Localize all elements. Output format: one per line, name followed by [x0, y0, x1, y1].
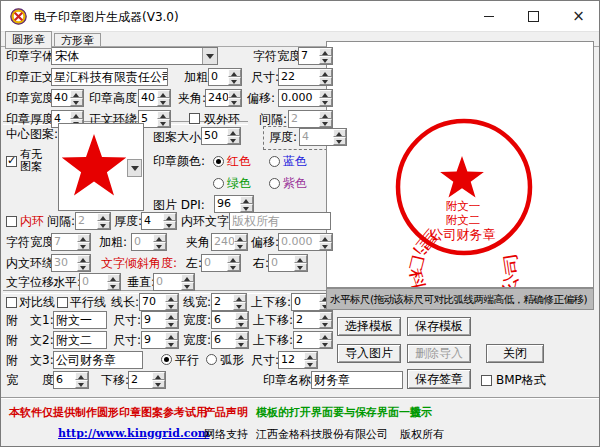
delete-import-button: 删除导入 [407, 344, 471, 363]
close-icon: × [572, 9, 585, 24]
close-button[interactable]: 关闭 [486, 344, 544, 363]
parallel-line-checkbox[interactable] [57, 297, 68, 308]
tab-square-seal[interactable]: 方形章 [54, 33, 101, 47]
horizontal-ruler[interactable]: 水平标尺(拖动该标尺可对比弧线两端高低，精确修正偏移) [326, 288, 594, 310]
shift-vertical-spinner[interactable]: 0 [153, 273, 195, 291]
seal-name-label: 印章名称: [263, 373, 315, 388]
appendix1-shift-label: 上下移: [253, 313, 293, 328]
a3-parallel-radio[interactable] [161, 354, 172, 365]
appendix1-width-label: 宽度: [183, 313, 211, 328]
a3-arc-label[interactable]: 弧形 [220, 353, 244, 368]
main-text-input[interactable]: 星汇科技有限责任公司 [51, 68, 168, 86]
seal-name-input[interactable]: 财务章 [311, 371, 403, 389]
inner-text-input[interactable]: 版权所有 [229, 212, 331, 230]
double-ring-checkbox[interactable] [189, 113, 200, 124]
appendix1-size-spinner[interactable]: 9 [141, 311, 179, 329]
spinner-arrows-icon [227, 255, 240, 271]
pattern-select-box[interactable] [58, 123, 144, 211]
tab-round-seal[interactable]: 圆形章 [5, 31, 52, 49]
appendix2-width-spinner[interactable]: 6 [211, 331, 249, 349]
appendix2-size-spinner[interactable]: 9 [141, 331, 179, 349]
color-purple-label[interactable]: 紫色 [283, 176, 307, 191]
close-window-button[interactable]: × [556, 1, 600, 31]
pattern-size-label: 图案大小: [153, 130, 205, 145]
double-ring-label[interactable]: 双外环 [204, 112, 240, 127]
appendix3-input[interactable]: 公司财务章 [53, 351, 143, 369]
bold-spinner[interactable]: 0 [208, 68, 242, 86]
appendix2-shift-spinner[interactable]: 2 [293, 331, 333, 349]
angle-spinner[interactable]: 240 [205, 89, 242, 107]
inner-bold-spinner[interactable]: 0 [131, 233, 167, 251]
inner-char-width-spinner[interactable]: 7 [51, 233, 91, 251]
website-link[interactable]: http://www.kinggrid.com [58, 427, 209, 440]
seal-width-spinner[interactable]: 40 [51, 89, 84, 107]
line-width-spinner[interactable]: 2 [211, 293, 247, 311]
spinner-arrows-icon [235, 312, 248, 328]
down-shift-spinner[interactable]: 2 [128, 371, 166, 389]
seal-height-spinner[interactable]: 40 [138, 89, 171, 107]
import-image-button[interactable]: 导入图片 [337, 344, 401, 363]
inner-text-label: 内环文字: [181, 214, 233, 229]
spinner-arrows-icon [333, 129, 346, 145]
pattern-size-spinner[interactable]: 50 [201, 127, 241, 145]
font-select[interactable]: 宋体 [51, 47, 218, 65]
appendix2-input[interactable]: 附文二 [53, 331, 107, 349]
minimize-button[interactable] [466, 1, 511, 31]
a3-arc-radio[interactable] [206, 354, 217, 365]
pattern-dropdown-button[interactable] [127, 159, 142, 177]
spinner-arrows-icon [157, 111, 170, 127]
dropdown-arrow-icon[interactable] [202, 48, 217, 64]
inner-offset-spinner[interactable]: 0.000 [278, 233, 333, 251]
width-row-spinner[interactable]: 6 [53, 371, 89, 389]
color-green-radio[interactable] [213, 178, 224, 189]
has-pattern-label-2[interactable]: 图案 [20, 161, 42, 176]
maximize-button[interactable] [511, 1, 556, 31]
width-row-label: 宽 度: [6, 373, 58, 388]
outer-ring-thickness-spinner[interactable]: 4 [299, 128, 347, 146]
char-width-spinner[interactable]: 7 [298, 47, 333, 65]
save-seal-button[interactable]: 保存签章 [407, 369, 471, 389]
contrast-line-checkbox[interactable] [6, 297, 17, 308]
spinner-arrows-icon [165, 294, 178, 310]
color-red-label[interactable]: 红色 [227, 154, 251, 169]
has-pattern-checkbox[interactable] [6, 156, 17, 167]
inner-ring-label[interactable]: 内环 [20, 214, 44, 229]
tilt-left-spinner[interactable]: 0 [201, 254, 241, 272]
seal-preview: 星汇科技有限责任公司 附文一 附文二 公司财务章 [327, 42, 593, 287]
inner-ring-checkbox[interactable] [6, 216, 17, 227]
save-template-button[interactable]: 保存模板 [407, 317, 471, 336]
appendix1-input[interactable]: 附文一 [53, 311, 107, 329]
title-bar: 电子印章图片生成器(V3.0) × [1, 1, 599, 32]
bmp-label[interactable]: BMP格式 [496, 373, 546, 388]
color-purple-radio[interactable] [269, 178, 280, 189]
line-length-spinner[interactable]: 70 [139, 293, 179, 311]
dpi-spinner[interactable]: 96 [214, 195, 254, 213]
line-vshift-label: 上下移: [251, 295, 291, 310]
appendix1-width-spinner[interactable]: 6 [211, 311, 249, 329]
color-green-label[interactable]: 绿色 [227, 176, 251, 191]
color-blue-label[interactable]: 蓝色 [283, 154, 307, 169]
seal-star-icon [440, 156, 484, 198]
bmp-checkbox[interactable] [481, 375, 492, 386]
appendix3-size-spinner[interactable]: 12 [278, 351, 318, 369]
inner-gap-spinner[interactable]: 2 [75, 212, 111, 230]
size-spinner[interactable]: 22 [278, 68, 333, 86]
a3-parallel-label[interactable]: 平行 [175, 353, 199, 368]
inner-angle-spinner[interactable]: 240 [211, 233, 248, 251]
shift-horizontal-spinner[interactable]: 0 [79, 273, 121, 291]
color-red-radio[interactable] [213, 156, 224, 167]
color-blue-radio[interactable] [269, 156, 280, 167]
inner-thickness-spinner[interactable]: 4 [141, 212, 177, 230]
inner-wrap-spinner[interactable]: 30 [51, 254, 91, 272]
parallel-line-label[interactable]: 平行线 [70, 295, 106, 310]
company-name: 江西金格科技股份有限公司 [256, 427, 388, 442]
offset-spinner[interactable]: 0.000 [278, 89, 333, 107]
spinner-arrows-icon [228, 69, 241, 85]
tilt-left-label: 左: [186, 256, 202, 271]
choose-template-button[interactable]: 选择模板 [337, 317, 401, 336]
contrast-line-label[interactable]: 对比线 [19, 295, 55, 310]
tilt-right-label: 右: [253, 256, 269, 271]
appendix1-shift-spinner[interactable]: 2 [293, 311, 333, 329]
tilt-right-spinner[interactable]: 0 [268, 254, 308, 272]
outer-gap-spinner[interactable]: 2 [288, 110, 333, 128]
